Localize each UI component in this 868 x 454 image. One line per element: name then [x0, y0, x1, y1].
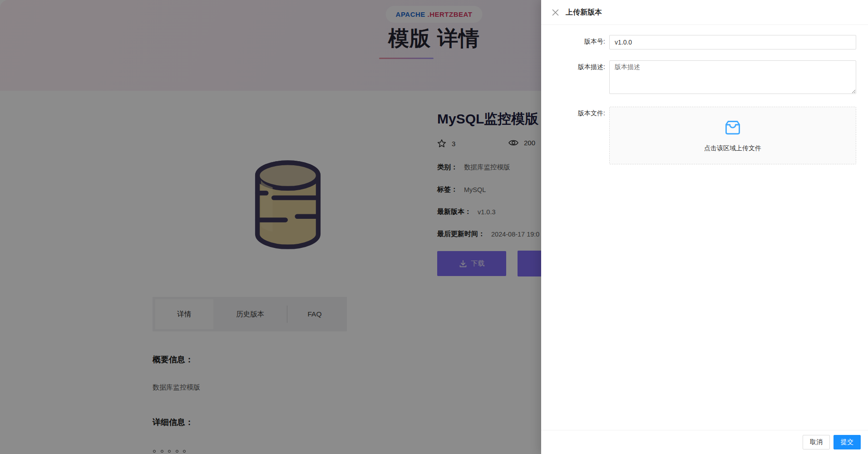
- form-row-version: 版本号:: [541, 35, 868, 49]
- upload-version-drawer: 上传新版本 版本号: 版本描述: 版本描述 版本文件:: [541, 0, 868, 454]
- version-file-label: 版本文件:: [541, 107, 609, 164]
- file-upload-dropzone[interactable]: 点击该区域上传文件: [609, 107, 856, 164]
- drawer-body: 版本号: 版本描述: 版本描述 版本文件:: [541, 25, 868, 430]
- drawer-header: 上传新版本: [541, 0, 868, 25]
- cancel-button[interactable]: 取消: [803, 435, 830, 449]
- version-number-label: 版本号:: [541, 35, 609, 49]
- version-description-textarea[interactable]: 版本描述: [609, 60, 856, 94]
- drawer-title: 上传新版本: [566, 8, 602, 17]
- inbox-upload-icon: [724, 119, 742, 137]
- close-icon[interactable]: [552, 9, 559, 16]
- upload-hint-text: 点击该区域上传文件: [704, 144, 761, 153]
- form-row-file: 版本文件: 点击该区域上传文件: [541, 107, 868, 164]
- drawer-footer: 取消 提交: [541, 430, 868, 454]
- submit-button[interactable]: 提交: [833, 435, 861, 449]
- version-description-label: 版本描述:: [541, 60, 609, 96]
- version-number-input[interactable]: [609, 35, 856, 49]
- form-row-description: 版本描述: 版本描述: [541, 60, 868, 96]
